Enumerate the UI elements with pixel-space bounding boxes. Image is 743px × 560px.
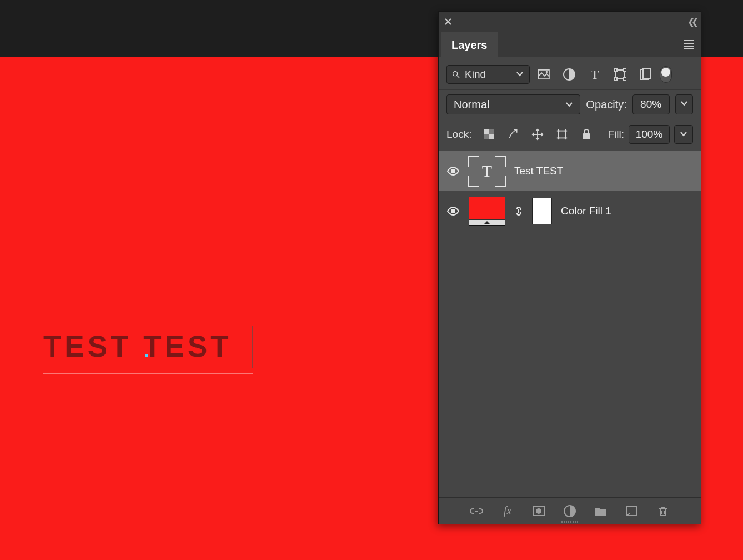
layer-mask-thumbnail[interactable] — [532, 198, 552, 224]
link-layers-icon[interactable] — [469, 504, 484, 518]
svg-point-32 — [451, 209, 455, 213]
filter-adjustment-icon[interactable] — [562, 67, 576, 82]
link-mask-icon[interactable] — [514, 206, 523, 217]
svg-point-0 — [453, 72, 458, 76]
tab-layers[interactable]: Layers — [441, 32, 498, 57]
svg-rect-21 — [559, 131, 566, 138]
svg-point-31 — [451, 169, 455, 173]
filter-smartobject-icon[interactable] — [639, 67, 653, 82]
layer-name[interactable]: Test TEST — [514, 165, 563, 177]
chevron-down-icon — [680, 99, 688, 109]
svg-rect-20 — [484, 134, 489, 139]
lock-transparency-icon[interactable] — [481, 127, 496, 142]
fill-label: Fill: — [608, 128, 624, 141]
layer-thumbnail-fill[interactable] — [469, 197, 505, 226]
lock-label: Lock: — [446, 128, 471, 141]
panel-menu-icon[interactable] — [684, 40, 694, 49]
layer-row[interactable]: Color Fill 1 — [439, 191, 701, 231]
text-layer-content[interactable]: TEST TEST — [43, 330, 232, 363]
fill-slider-toggle[interactable] — [674, 125, 693, 144]
layers-list[interactable]: T Test TEST Color Fill 1 — [439, 151, 701, 497]
svg-rect-30 — [583, 133, 590, 139]
layer-thumbnail-text[interactable]: T — [469, 157, 505, 186]
opacity-value: 80% — [640, 98, 661, 111]
svg-rect-18 — [489, 134, 494, 139]
new-group-icon[interactable] — [594, 504, 608, 518]
resize-grip-icon[interactable] — [553, 521, 586, 523]
svg-point-3 — [546, 71, 548, 73]
opacity-label: Opacity: — [586, 98, 626, 111]
layer-name[interactable]: Color Fill 1 — [561, 205, 611, 217]
svg-line-1 — [457, 76, 459, 78]
delete-layer-icon[interactable] — [656, 504, 670, 518]
panel-footer: fx — [439, 497, 701, 524]
filter-kind-label: Kind — [465, 68, 486, 81]
visibility-toggle-icon[interactable] — [446, 164, 460, 178]
blend-mode-dropdown[interactable]: Normal — [446, 94, 580, 114]
new-layer-icon[interactable] — [625, 504, 639, 518]
panel-tabs: Layers — [439, 32, 701, 57]
layer-filter-row: Kind T — [439, 57, 701, 90]
svg-rect-19 — [489, 129, 494, 134]
lock-artboard-icon[interactable] — [555, 127, 569, 142]
chevron-down-icon — [680, 128, 687, 141]
tab-layers-label: Layers — [451, 39, 488, 51]
filter-type-icons: T — [536, 67, 653, 82]
visibility-toggle-icon[interactable] — [446, 204, 460, 218]
lock-row: Lock: Fill: 100% — [439, 119, 701, 151]
chevron-down-icon — [565, 98, 573, 111]
fill-input[interactable]: 100% — [629, 125, 670, 144]
anchor-midpoint-icon — [145, 354, 148, 357]
text-caret — [252, 326, 253, 368]
layers-panel: ❮❮ Layers Kind T Normal Opacity: — [438, 11, 701, 524]
panel-header: ❮❮ — [439, 12, 701, 32]
lock-all-icon[interactable] — [579, 127, 594, 142]
filter-toggle[interactable] — [660, 66, 672, 83]
close-icon[interactable] — [444, 18, 452, 26]
collapse-icon[interactable]: ❮❮ — [687, 17, 695, 27]
search-icon — [451, 70, 460, 79]
fill-value: 100% — [636, 128, 663, 141]
add-mask-icon[interactable] — [531, 504, 546, 518]
opacity-input[interactable]: 80% — [632, 94, 670, 114]
svg-point-34 — [536, 508, 541, 514]
lock-image-icon[interactable] — [506, 127, 520, 142]
svg-rect-17 — [484, 129, 489, 134]
blend-mode-value: Normal — [454, 98, 489, 111]
blend-opacity-row: Normal Opacity: 80% — [439, 90, 701, 119]
layer-style-icon[interactable]: fx — [500, 504, 515, 518]
svg-rect-15 — [643, 68, 651, 78]
text-layer-bbox[interactable]: TEST TEST — [43, 329, 235, 366]
filter-pixel-icon[interactable] — [536, 67, 551, 82]
filter-kind-dropdown[interactable]: Kind — [446, 65, 530, 84]
layer-row[interactable]: T Test TEST — [439, 151, 701, 191]
lock-position-icon[interactable] — [530, 127, 545, 142]
filter-shape-icon[interactable] — [613, 67, 627, 82]
opacity-slider-toggle[interactable] — [675, 94, 694, 114]
filter-type-icon[interactable]: T — [588, 67, 602, 82]
chevron-down-icon — [516, 68, 524, 81]
new-adjustment-layer-icon[interactable] — [563, 504, 577, 518]
